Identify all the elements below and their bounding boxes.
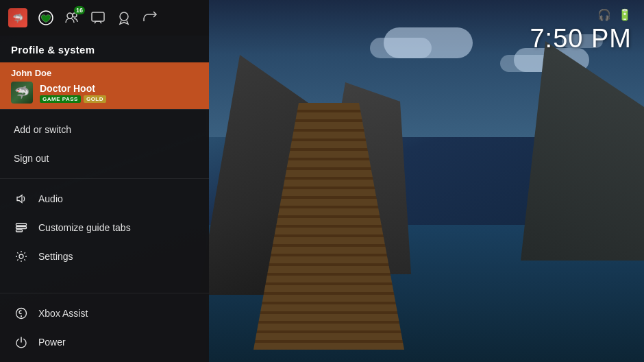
profile-avatar: 🦈 (11, 82, 33, 104)
chat-icon (90, 10, 106, 25)
sign-out-label: Sign out (14, 153, 49, 164)
gold-badge: GOLD (84, 95, 106, 103)
svg-point-1 (67, 13, 73, 19)
nav-avatar[interactable]: 🦈 (8, 8, 27, 27)
customize-icon (14, 221, 29, 234)
svg-point-8 (19, 254, 23, 258)
user-avatar-small: 🦈 (8, 8, 27, 27)
nav-chat[interactable] (90, 10, 106, 25)
settings-label: Settings (38, 251, 73, 262)
customize-guide-tabs-item[interactable]: Customize guide tabs (0, 213, 209, 242)
status-icons: 🎧 🔋 (597, 8, 632, 21)
gamertag: Doctor Hoot (40, 83, 106, 94)
customize-label: Customize guide tabs (38, 222, 131, 233)
share-icon (143, 10, 158, 25)
battery-icon: 🔋 (618, 8, 632, 21)
top-nav: 🦈 16 (0, 0, 209, 36)
profile-detail-row: 🦈 Doctor Hoot GAME PASS GOLD (11, 82, 198, 104)
profile-badges: GAME PASS GOLD (40, 95, 106, 103)
dock-path (253, 103, 404, 350)
sign-out-button[interactable]: Sign out (0, 144, 209, 173)
svg-point-4 (120, 12, 128, 21)
status-bar: 🎧 🔋 7:50 PM (530, 8, 632, 53)
section-title: Profile & system (0, 36, 209, 62)
dock (233, 103, 425, 362)
avatar-image: 🦈 (11, 82, 33, 104)
audio-label: Audio (38, 193, 63, 204)
xbox-assist-label: Xbox Assist (38, 308, 88, 319)
add-or-switch-button[interactable]: Add or switch (0, 115, 209, 144)
profile-info: Doctor Hoot GAME PASS GOLD (40, 83, 106, 103)
profile-first-name: John Doe (11, 68, 198, 78)
nav-achievements[interactable] (116, 10, 132, 25)
svg-rect-5 (16, 224, 27, 226)
power-label: Power (38, 337, 66, 348)
settings-menu-item[interactable]: Settings (0, 242, 209, 271)
xbox-assist-item[interactable]: Xbox Assist (0, 299, 209, 328)
cloud (370, 38, 432, 58)
social-badge: 16 (74, 6, 85, 14)
audio-icon (14, 193, 29, 205)
active-profile[interactable]: John Doe 🦈 Doctor Hoot GAME PASS GOLD (0, 62, 209, 109)
nav-share[interactable] (143, 10, 158, 25)
gamepass-badge: GAME PASS (40, 95, 81, 103)
xbox-logo-icon (38, 10, 53, 25)
settings-section: Audio Customize guide tabs Settings (0, 178, 209, 276)
profile-system-panel: 🦈 16 (0, 0, 209, 362)
settings-icon (14, 250, 29, 263)
svg-rect-7 (16, 230, 23, 232)
nav-xbox-button[interactable] (38, 10, 53, 25)
power-item[interactable]: Power (0, 328, 209, 357)
clock: 7:50 PM (530, 24, 632, 53)
audio-menu-item[interactable]: Audio (0, 184, 209, 213)
nav-social[interactable]: 16 (64, 10, 79, 25)
achievements-icon (116, 10, 132, 25)
bottom-section: Xbox Assist Power (0, 293, 209, 362)
add-switch-label: Add or switch (14, 124, 71, 135)
svg-rect-3 (92, 12, 104, 21)
power-icon (14, 336, 29, 348)
headphone-icon: 🎧 (597, 8, 611, 21)
assist-icon (14, 307, 29, 319)
svg-rect-6 (16, 227, 27, 229)
account-actions: Add or switch Sign out (0, 109, 209, 178)
